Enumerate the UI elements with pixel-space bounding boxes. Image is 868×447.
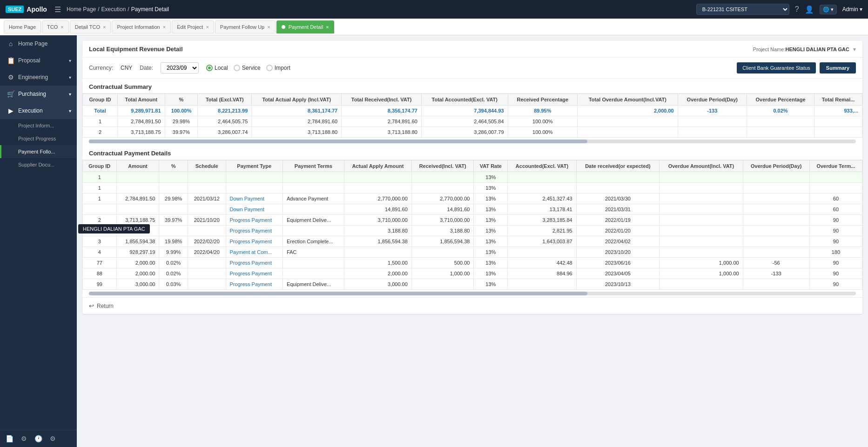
col-p-payment-type: Payment Type	[226, 160, 283, 172]
table-row: Down Payment 14,891.60 14,891.60 13% 13,…	[83, 204, 862, 215]
purchasing-arrow: ▾	[69, 92, 71, 97]
sidebar-item-purchasing[interactable]: 🛒 Purchasing ▾	[0, 86, 77, 102]
currency-value: CNY	[121, 65, 132, 71]
tab-payment-detail[interactable]: Payment Detail ×	[276, 20, 334, 33]
footer-doc-icon[interactable]: 📄	[6, 435, 13, 442]
cell-p-payment-type: Progress Payment	[226, 268, 283, 279]
payment-scrollbar[interactable]	[89, 292, 856, 295]
cell-p-actual-apply	[344, 172, 411, 183]
cell-p-accounted	[508, 279, 576, 290]
sidebar-sub-project-progress[interactable]: Project Progress	[0, 132, 77, 145]
tab-tco[interactable]: TCO ×	[42, 20, 69, 33]
tab-payment-follow-up-close[interactable]: ×	[267, 24, 270, 30]
sidebar-home-label: Home Page	[18, 40, 47, 47]
cell-p-pct	[159, 172, 188, 183]
cell-p-overdue-amount	[659, 215, 743, 226]
active-dot	[282, 25, 285, 29]
radio-import-dot	[266, 65, 273, 71]
tab-detail-tco-close[interactable]: ×	[103, 24, 106, 30]
collapse-icon[interactable]: ▾	[853, 46, 856, 53]
sidebar-execution-label: Execution	[18, 107, 43, 114]
globe-button[interactable]: 🌐 ▾	[820, 5, 837, 14]
cell-p-accounted: 442.48	[508, 258, 576, 268]
date-select[interactable]: 2023/09	[161, 62, 199, 73]
cell-total-amount: 2,784,891.50	[118, 116, 165, 127]
cell-p-amount: 2,000.00	[116, 268, 159, 279]
cell-p-schedule	[188, 204, 226, 215]
cell-p-payment-type: Progress Payment	[226, 258, 283, 268]
breadcrumb-execution[interactable]: Execution	[101, 6, 126, 13]
tab-home[interactable]: Home Page	[4, 20, 41, 33]
footer-settings-icon[interactable]: ⚙	[21, 435, 27, 442]
cell-excl-vat: 2,464,505.75	[198, 116, 252, 127]
cell-p-actual-apply: 2,000.00	[344, 268, 411, 279]
summary-scrollbar[interactable]	[89, 140, 856, 143]
cell-accounted: 7,394,844.93	[421, 106, 508, 116]
cell-p-accounted	[508, 172, 576, 183]
radio-local[interactable]: Local	[206, 65, 228, 71]
admin-button[interactable]: Admin ▾	[842, 6, 862, 13]
tab-tco-close[interactable]: ×	[61, 24, 63, 30]
tab-project-info-close[interactable]: ×	[163, 24, 166, 30]
radio-import[interactable]: Import	[266, 65, 290, 71]
tab-payment-detail-close[interactable]: ×	[326, 24, 329, 30]
currency-label: Currency:	[89, 65, 113, 71]
cell-p-overdue-term: 180	[809, 247, 862, 258]
cell-p-received: 1,856,594.38	[411, 236, 474, 247]
cell-p-overdue-period	[743, 226, 809, 236]
help-icon[interactable]: ?	[795, 5, 799, 13]
cell-p-actual-apply: 1,856,594.38	[344, 236, 411, 247]
client-bank-button[interactable]: Client Bank Guarantee Status	[737, 62, 816, 73]
radio-service[interactable]: Service	[234, 65, 261, 71]
tab-payment-follow-up[interactable]: Payment Follow Up ×	[215, 20, 276, 33]
project-select[interactable]: B-221231 CSITEST	[696, 4, 789, 15]
cell-p-vat-rate: 13%	[474, 172, 508, 183]
cell-p-payment-type: Progress Payment	[226, 279, 283, 290]
cell-p-vat-rate: 13%	[474, 258, 508, 268]
col-received-pct: Received Percentage	[508, 94, 578, 106]
cell-p-accounted	[508, 247, 576, 258]
proposal-arrow: ▾	[69, 58, 71, 63]
cell-p-pct	[159, 204, 188, 215]
cell-p-overdue-term: 90	[809, 258, 862, 268]
footer-clock-icon[interactable]: 🕐	[34, 435, 42, 442]
cell-p-vat-rate: 13%	[474, 247, 508, 258]
col-total-actual-apply: Total Actual Apply (Incl.VAT)	[252, 94, 342, 106]
execution-arrow: ▾	[69, 108, 71, 113]
cell-p-pct: 0.02%	[159, 268, 188, 279]
cell-p-amount: 1,856,594.38	[116, 236, 159, 247]
cell-p-amount: 2,000.00	[116, 258, 159, 268]
tab-project-info[interactable]: Project Information ×	[112, 20, 171, 33]
footer-gear-icon[interactable]: ⚙	[50, 435, 56, 442]
sidebar-sub-project-info[interactable]: Project Inform...	[0, 119, 77, 132]
cell-p-date-received: 2022/04/02	[576, 236, 659, 247]
cell-p-schedule	[188, 226, 226, 236]
cell-p-overdue-amount	[659, 226, 743, 236]
user-icon[interactable]: 👤	[805, 5, 814, 14]
summary-button[interactable]: Summary	[820, 62, 856, 73]
nav-right: B-221231 CSITEST ? 👤 🌐 ▾ Admin ▾	[696, 4, 862, 15]
tab-edit-project[interactable]: Edit Project ×	[172, 20, 214, 33]
cell-actual-apply: 8,361,174.77	[252, 106, 342, 116]
return-row[interactable]: ↩ Return	[82, 297, 862, 314]
sidebar-item-proposal[interactable]: 📋 Proposal ▾	[0, 52, 77, 69]
cell-p-overdue-amount: 1,000.00	[659, 268, 743, 279]
sidebar-purchasing-label: Purchasing	[18, 91, 46, 97]
cell-p-overdue-period	[743, 247, 809, 258]
menu-icon[interactable]: ☰	[54, 5, 61, 14]
cell-p-pct: 9.99%	[159, 247, 188, 258]
sidebar-item-execution[interactable]: ▶ Execution ▾	[0, 102, 77, 119]
sidebar-sub-payment-follow[interactable]: Payment Follo...	[0, 145, 77, 158]
sidebar-sub-supplier-doc[interactable]: Supplier Docu...	[0, 158, 77, 171]
tab-edit-project-close[interactable]: ×	[206, 24, 209, 30]
col-p-overdue-amount: Overdue Amount(Incl. VAT)	[659, 160, 743, 172]
sidebar-item-engineering[interactable]: ⚙ Engineering ▾	[0, 69, 77, 86]
tab-edit-project-label: Edit Project	[177, 24, 203, 30]
cell-p-received	[411, 183, 474, 193]
cell-p-overdue-term	[809, 183, 862, 193]
col-overdue-pct: Overdue Percentage	[747, 94, 814, 106]
breadcrumb-home[interactable]: Home Page	[67, 6, 96, 13]
tab-detail-tco[interactable]: Detail TCO ×	[70, 20, 111, 33]
sidebar-proposal-label: Proposal	[18, 57, 40, 64]
sidebar-item-home[interactable]: ⌂ Home Page	[0, 35, 77, 52]
